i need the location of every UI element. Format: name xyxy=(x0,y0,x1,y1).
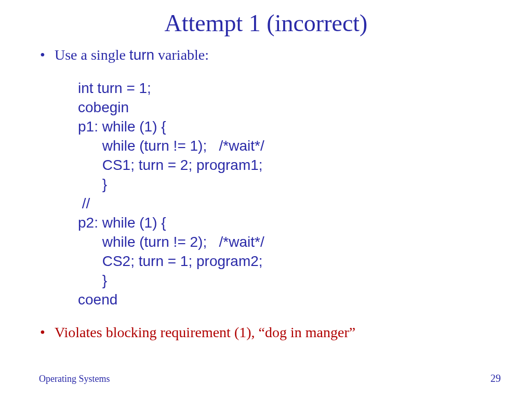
bullet-item: • Use a single turn variable: xyxy=(40,46,501,64)
bullet-dot-icon: • xyxy=(40,46,55,64)
bullet-turn-word: turn xyxy=(129,47,154,63)
bullet-dot-icon: • xyxy=(40,324,55,341)
slide: Attempt 1 (incorrect) • Use a single tur… xyxy=(0,0,532,399)
bullet-prefix: Use a single xyxy=(55,47,129,63)
page-number: 29 xyxy=(490,373,501,384)
content-area: • Use a single turn variable: int turn =… xyxy=(0,37,532,341)
bullet-text: Use a single turn variable: xyxy=(55,46,209,64)
violates-text: Violates blocking requirement (1), “dog … xyxy=(55,324,355,341)
slide-title: Attempt 1 (incorrect) xyxy=(0,0,532,37)
violates-item: • Violates blocking requirement (1), “do… xyxy=(40,324,501,341)
footer-left: Operating Systems xyxy=(39,374,110,384)
bullet-suffix: variable: xyxy=(154,47,209,63)
code-block: int turn = 1; cobegin p1: while (1) { wh… xyxy=(78,78,501,309)
